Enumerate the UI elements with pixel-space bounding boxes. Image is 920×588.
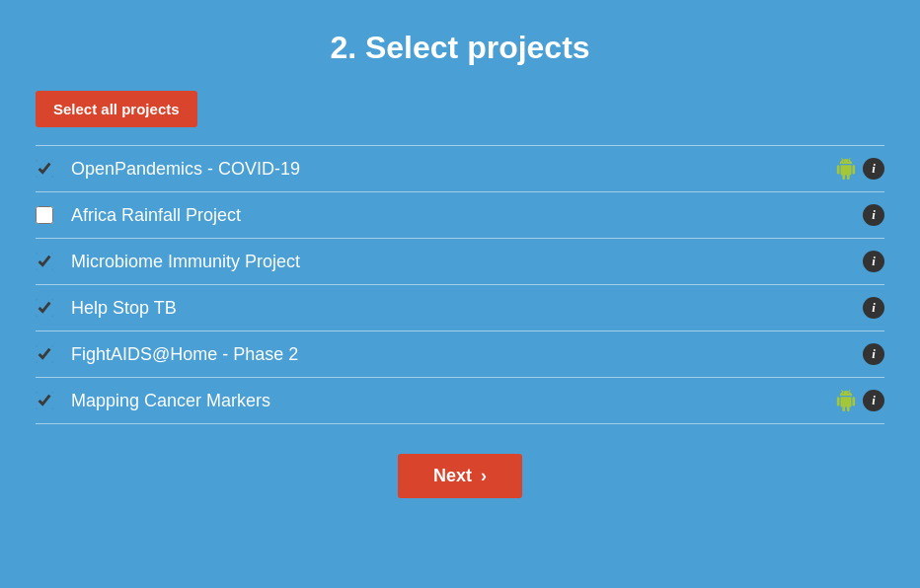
project-row[interactable]: Africa Rainfall Projecti <box>36 192 884 239</box>
project-icons-microbiome-immunity: i <box>863 251 884 272</box>
next-button-label: Next <box>433 466 472 485</box>
info-icon[interactable]: i <box>863 204 884 226</box>
content-area: Select all projects OpenPandemics - COVI… <box>36 91 884 424</box>
project-name-fightaids: FightAIDS@Home - Phase 2 <box>71 344 863 365</box>
project-checkbox-microbiome-immunity[interactable] <box>36 253 53 270</box>
info-icon[interactable]: i <box>863 390 884 411</box>
info-icon[interactable]: i <box>863 158 884 180</box>
select-all-button[interactable]: Select all projects <box>36 91 197 127</box>
next-button-container: Next › <box>398 454 522 498</box>
next-button[interactable]: Next › <box>398 454 522 498</box>
project-checkbox-help-stop-tb[interactable] <box>36 299 53 317</box>
project-row[interactable]: FightAIDS@Home - Phase 2i <box>36 331 884 378</box>
project-icons-africa-rainfall: i <box>863 204 884 226</box>
project-icons-mapping-cancer: i <box>835 390 884 411</box>
project-row[interactable]: OpenPandemics - COVID-19 i <box>36 145 884 192</box>
android-icon <box>835 158 857 180</box>
project-name-microbiome-immunity: Microbiome Immunity Project <box>71 252 863 272</box>
project-row[interactable]: Help Stop TBi <box>36 285 884 331</box>
android-icon <box>835 390 857 411</box>
page-title: 2. Select projects <box>330 30 589 66</box>
info-icon[interactable]: i <box>863 343 884 365</box>
project-name-mapping-cancer: Mapping Cancer Markers <box>71 391 835 411</box>
project-row[interactable]: Mapping Cancer Markers i <box>36 378 884 424</box>
project-name-help-stop-tb: Help Stop TB <box>71 298 863 319</box>
project-icons-help-stop-tb: i <box>863 297 884 319</box>
project-name-open-pandemics: OpenPandemics - COVID-19 <box>71 159 835 180</box>
project-checkbox-mapping-cancer[interactable] <box>36 392 53 409</box>
project-checkbox-fightaids[interactable] <box>36 345 53 363</box>
next-chevron: › <box>476 466 487 485</box>
project-list: OpenPandemics - COVID-19 iAfrica Rainfal… <box>36 145 884 424</box>
project-name-africa-rainfall: Africa Rainfall Project <box>71 205 863 226</box>
info-icon[interactable]: i <box>863 251 884 272</box>
project-checkbox-africa-rainfall[interactable] <box>36 206 53 224</box>
info-icon[interactable]: i <box>863 297 884 319</box>
project-row[interactable]: Microbiome Immunity Projecti <box>36 239 884 285</box>
project-icons-fightaids: i <box>863 343 884 365</box>
project-checkbox-open-pandemics[interactable] <box>36 160 53 178</box>
project-icons-open-pandemics: i <box>835 158 884 180</box>
